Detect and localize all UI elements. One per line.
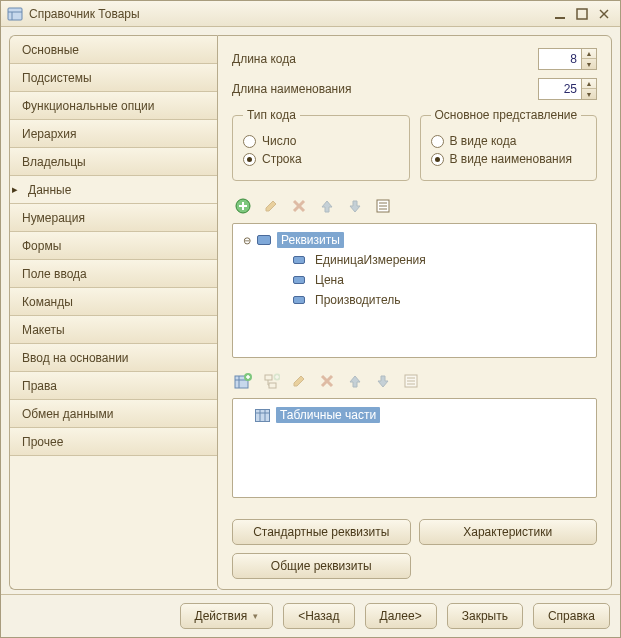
tab-filler (10, 456, 217, 589)
button-label: Действия (195, 609, 248, 623)
properties-icon[interactable] (372, 195, 394, 217)
node-icon (293, 276, 305, 284)
attributes-toolbar (232, 193, 597, 219)
add-sub-icon[interactable] (260, 370, 282, 392)
tab-label: Нумерация (22, 211, 85, 225)
node-icon (293, 256, 305, 264)
tab-functional-options[interactable]: Функциональные опции (10, 92, 217, 120)
edit-icon[interactable] (288, 370, 310, 392)
tab-data[interactable]: Данные (10, 176, 217, 204)
add-table-icon[interactable] (232, 370, 254, 392)
button-label: Далее> (380, 609, 422, 623)
tab-input-based[interactable]: Ввод на основании (10, 344, 217, 372)
characteristics-button[interactable]: Характеристики (419, 519, 598, 545)
actions-button[interactable]: Действия (180, 603, 274, 629)
tab-commands[interactable]: Команды (10, 288, 217, 316)
arrow-up-icon[interactable] (316, 195, 338, 217)
tabular-parts-tree[interactable]: Табличные части (232, 398, 597, 498)
close-dialog-button[interactable]: Закрыть (447, 603, 523, 629)
code-length-spinner[interactable]: ▲ ▼ (538, 48, 597, 70)
spin-up-icon[interactable]: ▲ (582, 79, 596, 89)
minimize-button[interactable] (550, 5, 570, 23)
tree-child-label: ЕдиницаИзмерения (311, 252, 430, 268)
name-length-spinner[interactable]: ▲ ▼ (538, 78, 597, 100)
delete-icon[interactable] (288, 195, 310, 217)
help-button[interactable]: Справка (533, 603, 610, 629)
svg-rect-0 (8, 8, 22, 20)
spin-down-icon[interactable]: ▼ (582, 59, 596, 69)
spin-up-icon[interactable]: ▲ (582, 49, 596, 59)
maximize-button[interactable] (572, 5, 592, 23)
collapse-icon[interactable]: ⊖ (241, 234, 253, 246)
tab-basic[interactable]: Основные (10, 36, 217, 64)
add-icon[interactable] (232, 195, 254, 217)
tab-other[interactable]: Прочее (10, 428, 217, 456)
code-length-label: Длина кода (232, 52, 538, 66)
radio-number[interactable]: Число (243, 134, 399, 148)
tree-child[interactable]: Производитель (237, 290, 592, 310)
tab-numbering[interactable]: Нумерация (10, 204, 217, 232)
tab-label: Обмен данными (22, 407, 113, 421)
tree-root-label: Табличные части (276, 407, 380, 423)
properties-icon[interactable] (400, 370, 422, 392)
groups-row: Тип кода Число Строка Основное представл… (232, 108, 597, 181)
code-length-input[interactable] (538, 48, 582, 70)
tab-label: Права (22, 379, 57, 393)
spin-down-icon[interactable]: ▼ (582, 89, 596, 99)
tab-label: Подсистемы (22, 71, 92, 85)
radio-string[interactable]: Строка (243, 152, 399, 166)
tab-label: Формы (22, 239, 61, 253)
delete-icon[interactable] (316, 370, 338, 392)
tree-child[interactable]: Цена (237, 270, 592, 290)
radio-label: Строка (262, 152, 302, 166)
common-attributes-button[interactable]: Общие реквизиты (232, 553, 411, 579)
svg-rect-23 (269, 383, 276, 388)
button-label: Справка (548, 609, 595, 623)
content-panel: Длина кода ▲ ▼ Длина наименования ▲ ▼ (217, 35, 612, 590)
tab-label: Владельцы (22, 155, 86, 169)
edit-icon[interactable] (260, 195, 282, 217)
tab-label: Данные (28, 183, 71, 197)
radio-as-code[interactable]: В виде кода (431, 134, 587, 148)
radio-icon (431, 153, 444, 166)
button-label: Общие реквизиты (271, 559, 372, 573)
content-buttons-row-2: Общие реквизиты (232, 553, 597, 579)
tree-root-line[interactable]: ⊖ Реквизиты (237, 230, 592, 250)
button-label: <Назад (298, 609, 339, 623)
close-button[interactable] (594, 5, 614, 23)
tree-child-label: Производитель (311, 292, 404, 308)
name-length-input[interactable] (538, 78, 582, 100)
tab-templates[interactable]: Макеты (10, 316, 217, 344)
button-label: Закрыть (462, 609, 508, 623)
attributes-tree[interactable]: ⊖ Реквизиты ЕдиницаИзмерения Цена Произв… (232, 223, 597, 358)
tab-hierarchy[interactable]: Иерархия (10, 120, 217, 148)
tab-label: Прочее (22, 435, 63, 449)
tab-label: Ввод на основании (22, 351, 129, 365)
standard-attributes-button[interactable]: Стандартные реквизиты (232, 519, 411, 545)
arrow-down-icon[interactable] (372, 370, 394, 392)
radio-as-name[interactable]: В виде наименования (431, 152, 587, 166)
arrow-down-icon[interactable] (344, 195, 366, 217)
main-view-group: Основное представление В виде кода В вид… (420, 108, 598, 181)
spinner-buttons: ▲ ▼ (582, 78, 597, 100)
tree-child[interactable]: ЕдиницаИзмерения (237, 250, 592, 270)
tree-root-line[interactable]: Табличные части (237, 405, 592, 425)
tab-forms[interactable]: Формы (10, 232, 217, 260)
content-buttons-row: Стандартные реквизиты Характеристики (232, 519, 597, 545)
tab-exchange[interactable]: Обмен данными (10, 400, 217, 428)
radio-icon (431, 135, 444, 148)
app-icon (7, 6, 23, 22)
next-button[interactable]: Далее> (365, 603, 437, 629)
tree-child-label: Цена (311, 272, 348, 288)
titlebar: Справочник Товары (1, 1, 620, 27)
tab-owners[interactable]: Владельцы (10, 148, 217, 176)
tab-rights[interactable]: Права (10, 372, 217, 400)
body-area: Основные Подсистемы Функциональные опции… (1, 27, 620, 594)
footer: Действия <Назад Далее> Закрыть Справка (1, 594, 620, 637)
back-button[interactable]: <Назад (283, 603, 354, 629)
tab-subsystems[interactable]: Подсистемы (10, 64, 217, 92)
code-type-legend: Тип кода (243, 108, 300, 122)
button-label: Характеристики (463, 525, 552, 539)
arrow-up-icon[interactable] (344, 370, 366, 392)
tab-input-field[interactable]: Поле ввода (10, 260, 217, 288)
